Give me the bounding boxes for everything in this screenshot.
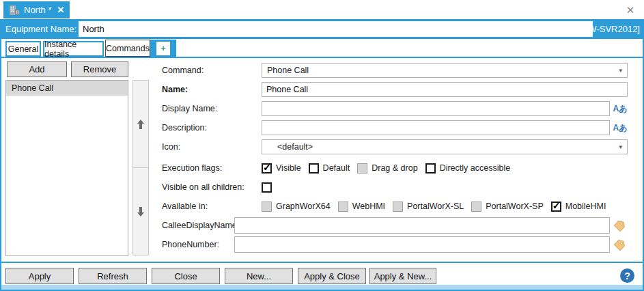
move-down-button[interactable] [132, 167, 149, 255]
server-name-badge: [TECHW-SVR2012] [561, 19, 640, 39]
checkbox-default[interactable]: Default [309, 163, 350, 174]
down-arrow-icon [137, 207, 145, 217]
checkbox-drag-drop[interactable]: Drag & drop [357, 163, 417, 174]
checkbox-label: Directly accessible [440, 163, 511, 173]
move-up-button[interactable] [132, 80, 149, 168]
display-name-input[interactable] [262, 101, 610, 116]
tab-general-label: General [8, 44, 38, 54]
tab-commands[interactable]: Commands [105, 40, 150, 57]
checkbox-label: GraphWorX64 [276, 202, 331, 211]
command-label: Command: [162, 63, 204, 78]
checkbox-icon [309, 163, 319, 174]
checkbox-label: MobileHMI [565, 202, 606, 211]
up-arrow-icon [137, 120, 145, 129]
equipment-name-label: Equipment Name: [5, 24, 76, 34]
checkbox-visible-on-all-children[interactable] [262, 182, 272, 193]
tab-instance-details[interactable]: Instance details [43, 41, 104, 57]
chevron-down-icon: ▾ [619, 67, 622, 74]
phone-number-label: PhoneNumber: [162, 236, 219, 253]
callee-display-name-label: CalleeDisplayName: [162, 217, 239, 234]
checkbox-icon [471, 202, 481, 212]
tab-add[interactable]: + [150, 40, 176, 57]
display-name-label: Display Name: [162, 101, 217, 116]
equipment-name-input[interactable] [79, 21, 593, 37]
tag-icon[interactable] [614, 219, 626, 232]
apply-new-button[interactable]: Apply & New... [369, 268, 436, 284]
checkbox-label: WebHMI [352, 202, 385, 211]
plus-icon: + [160, 43, 166, 53]
checkbox-icon [551, 202, 561, 212]
remove-button[interactable]: Remove [71, 61, 128, 77]
checkbox-mobilehmi[interactable]: MobileHMI [551, 202, 606, 212]
chevron-down-icon: ▾ [619, 143, 622, 150]
checkbox-icon [262, 202, 272, 212]
checkbox-label: PortalWorX-SP [486, 202, 544, 211]
icon-dropdown[interactable]: <default> ▾ [262, 139, 628, 154]
document-tab-close-icon[interactable]: ✕ [57, 5, 64, 15]
checkbox-icon [425, 163, 436, 174]
new-button[interactable]: New... [225, 268, 293, 284]
description-label: Description: [162, 120, 207, 135]
checkbox-icon [262, 182, 272, 193]
checkbox-label: Visible [276, 163, 301, 173]
phone-number-input[interactable] [234, 236, 610, 253]
checkbox-webhmi[interactable]: WebHMI [338, 202, 385, 212]
document-tab-north[interactable]: North * ✕ [3, 1, 70, 18]
execution-flags-group: Visible Default Drag & drop Directly acc… [262, 161, 518, 176]
checkbox-icon [262, 163, 272, 174]
execution-flags-label: Execution flags: [162, 161, 222, 176]
checkbox-portalworx-sl[interactable]: PortalWorX-SL [393, 202, 464, 212]
visible-on-all-children-label: Visible on all children: [162, 180, 244, 195]
status-strip [1, 285, 643, 290]
tab-instance-details-label: Instance details [44, 40, 102, 59]
available-in-group: GraphWorX64 WebHMI PortalWorX-SL PortalW… [262, 199, 613, 214]
window-close-icon[interactable]: ✕ [624, 3, 637, 17]
command-value: Phone Call [262, 66, 309, 75]
refresh-button[interactable]: Refresh [79, 268, 147, 284]
help-icon[interactable]: ? [620, 268, 634, 283]
equipment-building-icon [9, 5, 20, 15]
icon-value: <default> [262, 142, 313, 152]
localization-font-icon[interactable]: Aあ [613, 102, 628, 115]
name-input[interactable] [262, 82, 628, 97]
checkbox-icon [357, 163, 367, 174]
window-border-left [0, 19, 1, 291]
checkbox-icon [338, 202, 348, 212]
callee-display-name-input[interactable] [234, 217, 610, 234]
checkbox-portalworx-sp[interactable]: PortalWorX-SP [471, 202, 544, 212]
command-list: Phone Call [5, 80, 128, 256]
apply-button[interactable]: Apply [5, 268, 74, 284]
command-dropdown[interactable]: Phone Call ▾ [262, 63, 628, 78]
checkbox-label: Default [323, 163, 350, 173]
apply-close-button[interactable]: Apply & Close [298, 268, 366, 284]
document-tab-title: North * [24, 5, 51, 15]
equipment-name-bar: Equipment Name: [TECHW-SVR2012] [0, 19, 644, 39]
description-input[interactable] [262, 120, 610, 135]
name-label: Name: [162, 82, 188, 97]
visible-on-all-children-group [262, 180, 279, 195]
tab-general[interactable]: General [5, 41, 41, 57]
checkbox-icon [393, 202, 403, 212]
checkbox-visible[interactable]: Visible [262, 163, 301, 174]
checkbox-label: Drag & drop [372, 163, 417, 173]
reorder-controls [132, 80, 149, 256]
checkbox-label: PortalWorX-SL [407, 202, 464, 211]
tag-icon[interactable] [614, 238, 626, 251]
footer-separator [1, 262, 643, 263]
available-in-label: Available in: [162, 199, 208, 214]
tab-commands-label: Commands [106, 44, 150, 53]
localization-font-icon[interactable]: Aあ [613, 122, 628, 134]
list-item-phone-call[interactable]: Phone Call [6, 81, 128, 96]
icon-label: Icon: [162, 139, 180, 154]
workbench-window: North * ✕ ✕ Equipment Name: [TECHW-SVR20… [0, 0, 644, 291]
checkbox-graphworx64[interactable]: GraphWorX64 [262, 202, 331, 212]
checkbox-directly-accessible[interactable]: Directly accessible [425, 163, 511, 174]
add-button[interactable]: Add [7, 61, 67, 77]
close-button[interactable]: Close [152, 268, 220, 284]
